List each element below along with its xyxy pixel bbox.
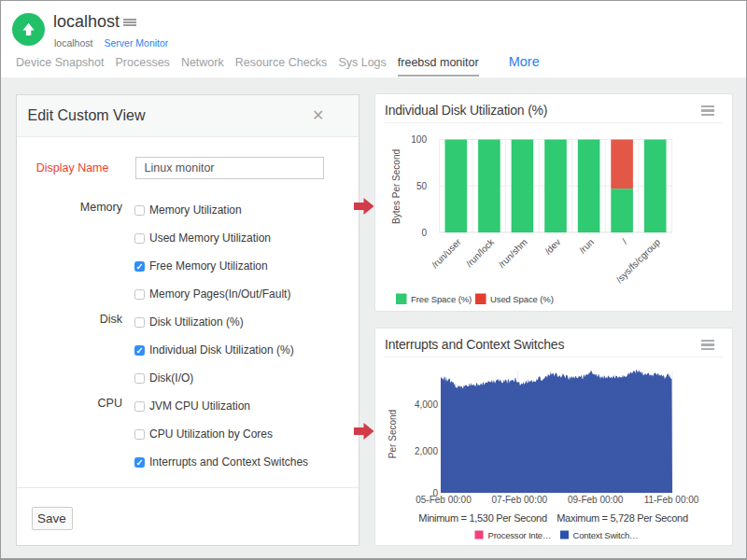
svg-text:0: 0 (421, 228, 427, 238)
svg-text:09-Feb 00:00: 09-Feb 00:00 (568, 495, 624, 505)
svg-text:07-Feb 00:00: 07-Feb 00:00 (492, 495, 548, 505)
svg-text:Processor Inte…: Processor Inte… (488, 530, 552, 540)
svg-text:4,000: 4,000 (415, 399, 438, 410)
svg-text:Free Space (%): Free Space (%) (411, 294, 472, 304)
svg-text:Per Second: Per Second (388, 410, 398, 458)
svg-text:/sys/fs/cgroup: /sys/fs/cgroup (614, 236, 663, 285)
svg-text:100: 100 (411, 134, 427, 145)
svg-text:/dev: /dev (543, 237, 562, 257)
svg-text:Bytes Per Second: Bytes Per Second (391, 149, 402, 224)
svg-text:Maximum = 5,728 Per Second: Maximum = 5,728 Per Second (557, 512, 688, 524)
svg-text:Context Switch…: Context Switch… (573, 530, 639, 540)
svg-text:/run/shm: /run/shm (497, 237, 529, 270)
svg-text:Used Space (%): Used Space (%) (490, 294, 554, 304)
svg-text:05-Feb 00:00: 05-Feb 00:00 (416, 495, 472, 505)
svg-text:/run: /run (577, 237, 596, 256)
svg-text:11-Feb 00:00: 11-Feb 00:00 (644, 495, 699, 505)
svg-text:2,000: 2,000 (415, 446, 438, 456)
svg-text:/: / (620, 236, 629, 245)
svg-text:/run/user: /run/user (430, 236, 463, 270)
svg-text:Minimum = 1,530 Per Second: Minimum = 1,530 Per Second (418, 512, 547, 524)
svg-text:50: 50 (416, 181, 428, 191)
svg-text:/run/lock: /run/lock (464, 236, 497, 269)
